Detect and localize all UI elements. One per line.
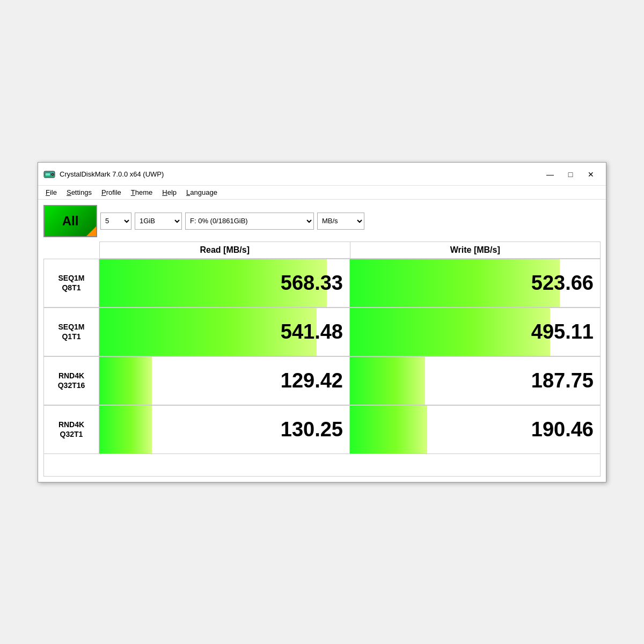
title-bar-left: CrystalDiskMark 7.0.0 x64 (UWP) xyxy=(43,169,164,180)
read-cell-0: 568.33 xyxy=(99,259,350,308)
row-label-line2-2: Q32T16 xyxy=(58,380,85,390)
row-label-line1-3: RND4K xyxy=(58,420,84,429)
read-value-2: 129.42 xyxy=(99,357,349,405)
row-label-line1-2: RND4K xyxy=(58,371,84,380)
write-value-1: 495.11 xyxy=(350,308,600,356)
menu-theme[interactable]: Theme xyxy=(127,187,157,198)
close-button[interactable]: ✕ xyxy=(581,167,601,182)
menu-bar: File Settings Profile Theme Help Languag… xyxy=(38,186,606,200)
svg-rect-1 xyxy=(45,173,50,176)
menu-file[interactable]: File xyxy=(41,187,61,198)
maximize-button[interactable]: □ xyxy=(561,167,580,182)
header-read: Read [MB/s] xyxy=(99,241,350,259)
unit-select[interactable]: MB/s GB/s IOPS μs xyxy=(317,213,364,230)
write-cell-3: 190.46 xyxy=(350,406,601,454)
read-value-1: 541.48 xyxy=(99,308,349,356)
main-content: All 5 1 3 10 1GiB 512MiB 2GiB 4GiB 8GiB … xyxy=(38,200,606,482)
bench-row: SEQ1M Q1T1 541.48 495.11 xyxy=(43,308,601,356)
bench-row: RND4K Q32T1 130.25 190.46 xyxy=(43,405,601,454)
row-label-line2-3: Q32T1 xyxy=(60,429,83,439)
row-label-line1-1: SEQ1M xyxy=(58,322,84,332)
controls-row: All 5 1 3 10 1GiB 512MiB 2GiB 4GiB 8GiB … xyxy=(43,205,601,237)
app-window: CrystalDiskMark 7.0.0 x64 (UWP) — □ ✕ Fi… xyxy=(38,162,606,482)
title-bar: CrystalDiskMark 7.0.0 x64 (UWP) — □ ✕ xyxy=(38,163,606,186)
read-cell-2: 129.42 xyxy=(99,357,350,405)
window-title: CrystalDiskMark 7.0.0 x64 (UWP) xyxy=(60,170,164,178)
menu-profile[interactable]: Profile xyxy=(97,187,126,198)
write-value-0: 523.66 xyxy=(350,259,600,307)
column-headers: Read [MB/s] Write [MB/s] xyxy=(43,241,601,259)
write-cell-0: 523.66 xyxy=(350,259,601,308)
write-value-3: 190.46 xyxy=(350,406,600,453)
bench-row: RND4K Q32T16 129.42 187.75 xyxy=(43,356,601,405)
read-value-0: 568.33 xyxy=(99,259,349,307)
svg-rect-4 xyxy=(44,176,55,177)
row-label-1: SEQ1M Q1T1 xyxy=(43,308,99,356)
title-bar-controls: — □ ✕ xyxy=(540,167,601,182)
menu-settings[interactable]: Settings xyxy=(62,187,96,198)
size-select[interactable]: 1GiB 512MiB 2GiB 4GiB 8GiB xyxy=(135,213,182,230)
row-label-0: SEQ1M Q8T1 xyxy=(43,259,99,308)
write-cell-2: 187.75 xyxy=(350,357,601,405)
row-label-2: RND4K Q32T16 xyxy=(43,357,99,405)
header-empty xyxy=(43,241,99,259)
row-label-line1-0: SEQ1M xyxy=(58,273,84,283)
read-cell-3: 130.25 xyxy=(99,406,350,454)
row-label-line2-1: Q1T1 xyxy=(62,332,80,341)
write-cell-1: 495.11 xyxy=(350,308,601,356)
row-label-line2-0: Q8T1 xyxy=(62,283,80,292)
write-value-2: 187.75 xyxy=(350,357,600,405)
header-write: Write [MB/s] xyxy=(350,241,601,259)
bench-row: SEQ1M Q8T1 568.33 523.66 xyxy=(43,259,601,308)
menu-help[interactable]: Help xyxy=(158,187,181,198)
drive-select[interactable]: F: 0% (0/1861GiB) xyxy=(185,213,314,230)
minimize-button[interactable]: — xyxy=(540,167,560,182)
read-cell-1: 541.48 xyxy=(99,308,350,356)
menu-language[interactable]: Language xyxy=(182,187,222,198)
status-bar xyxy=(43,454,601,477)
count-select[interactable]: 5 1 3 10 xyxy=(100,213,131,230)
read-value-3: 130.25 xyxy=(99,406,349,453)
svg-point-3 xyxy=(52,174,53,175)
app-icon xyxy=(43,169,55,180)
all-button[interactable]: All xyxy=(43,205,97,237)
row-label-3: RND4K Q32T1 xyxy=(43,406,99,454)
benchmark-rows: SEQ1M Q8T1 568.33 523.66 SEQ1M Q1T1 541.… xyxy=(43,259,601,454)
